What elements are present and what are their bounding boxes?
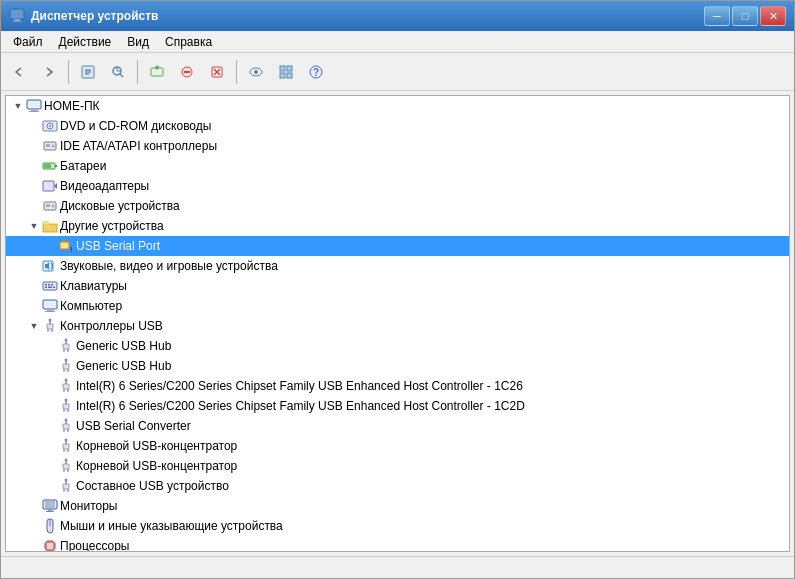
svg-point-79 bbox=[65, 379, 68, 382]
icon-sound bbox=[42, 258, 58, 274]
node-label-hub2: Generic USB Hub bbox=[76, 359, 171, 373]
svg-rect-77 bbox=[63, 384, 69, 389]
tree-node-keyboard[interactable]: Клавиатуры bbox=[6, 276, 789, 296]
menu-action[interactable]: Действие bbox=[51, 33, 120, 51]
help-button[interactable]: ? bbox=[302, 58, 330, 86]
tree-node-ide[interactable]: IDE ATA/ATAPI контроллеры bbox=[6, 136, 789, 156]
expander-diskdrives[interactable] bbox=[26, 198, 42, 214]
forward-button[interactable] bbox=[35, 58, 63, 86]
properties-button[interactable] bbox=[74, 58, 102, 86]
tree-node-proc[interactable]: Процессоры bbox=[6, 536, 789, 552]
disable-button[interactable] bbox=[173, 58, 201, 86]
node-label-intel2: Intel(R) 6 Series/C200 Series Chipset Fa… bbox=[76, 399, 525, 413]
expander-hub4[interactable] bbox=[42, 458, 58, 474]
tree-node-other[interactable]: Другие устройства bbox=[6, 216, 789, 236]
close-button[interactable]: ✕ bbox=[760, 6, 786, 26]
expander-monitors[interactable] bbox=[26, 498, 42, 514]
svg-rect-48 bbox=[48, 284, 50, 286]
svg-text:?: ? bbox=[313, 67, 319, 78]
minimize-button[interactable]: ─ bbox=[704, 6, 730, 26]
tree-node-mice[interactable]: Мыши и иные указывающие устройства bbox=[6, 516, 789, 536]
expander-composite[interactable] bbox=[42, 478, 58, 494]
tree-node-hub3[interactable]: Корневой USB-концентратор bbox=[6, 436, 789, 456]
expander-video[interactable] bbox=[26, 178, 42, 194]
tree-node-usbserial-port[interactable]: ! USB Serial Port bbox=[6, 236, 789, 256]
svg-rect-1 bbox=[14, 19, 20, 21]
expander-other[interactable] bbox=[26, 218, 42, 234]
icon-usb bbox=[58, 458, 74, 474]
svg-rect-47 bbox=[45, 284, 47, 286]
uninstall-button[interactable] bbox=[203, 58, 231, 86]
icon-usb bbox=[58, 358, 74, 374]
icon-battery bbox=[42, 158, 58, 174]
expander-hub3[interactable] bbox=[42, 438, 58, 454]
svg-point-114 bbox=[65, 479, 68, 482]
tree-node-battery[interactable]: Батареи bbox=[6, 156, 789, 176]
node-label-computer: Компьютер bbox=[60, 299, 122, 313]
expander-ide[interactable] bbox=[26, 138, 42, 154]
expander-hub1[interactable] bbox=[42, 338, 58, 354]
tree-node-usbserial-conv[interactable]: USB Serial Converter bbox=[6, 416, 789, 436]
expander-sound[interactable] bbox=[26, 258, 42, 274]
svg-point-28 bbox=[49, 125, 51, 127]
tree-node-diskdrives[interactable]: Дисковые устройства bbox=[6, 196, 789, 216]
svg-rect-84 bbox=[63, 404, 69, 409]
expander-keyboard[interactable] bbox=[26, 278, 42, 294]
icon-keyboard bbox=[42, 278, 58, 294]
node-label-hub1: Generic USB Hub bbox=[76, 339, 171, 353]
svg-rect-121 bbox=[48, 509, 52, 511]
tree-node-hub1[interactable]: Generic USB Hub bbox=[6, 336, 789, 356]
menu-view[interactable]: Вид bbox=[119, 33, 157, 51]
icon-usb bbox=[58, 438, 74, 454]
tree-node-video[interactable]: Видеоадаптеры bbox=[6, 176, 789, 196]
node-label-diskdrives: Дисковые устройства bbox=[60, 199, 180, 213]
svg-rect-124 bbox=[46, 542, 54, 550]
svg-point-16 bbox=[254, 70, 258, 74]
back-button[interactable] bbox=[5, 58, 33, 86]
expander-usbserial-port[interactable] bbox=[42, 238, 58, 254]
tree-node-intel1[interactable]: Intel(R) 6 Series/C200 Series Chipset Fa… bbox=[6, 376, 789, 396]
tree-node-computer[interactable]: Компьютер bbox=[6, 296, 789, 316]
svg-point-31 bbox=[52, 145, 55, 148]
scan-button[interactable] bbox=[104, 58, 132, 86]
node-label-proc: Процессоры bbox=[60, 539, 130, 552]
tree-node-usbctrl[interactable]: Контроллеры USB bbox=[6, 316, 789, 336]
svg-rect-38 bbox=[46, 204, 50, 207]
update-driver-button[interactable] bbox=[143, 58, 171, 86]
tree-node-dvd[interactable]: DVD и CD-ROM дисководы bbox=[6, 116, 789, 136]
maximize-button[interactable]: □ bbox=[732, 6, 758, 26]
expander-root[interactable] bbox=[10, 98, 26, 114]
svg-rect-98 bbox=[63, 444, 69, 449]
svg-point-86 bbox=[65, 399, 68, 402]
menu-file[interactable]: Файл bbox=[5, 33, 51, 51]
tree-node-hub2[interactable]: Generic USB Hub bbox=[6, 356, 789, 376]
expander-usbctrl[interactable] bbox=[26, 318, 42, 334]
svg-rect-52 bbox=[53, 287, 55, 289]
svg-rect-33 bbox=[55, 165, 57, 167]
app-icon bbox=[9, 8, 25, 24]
expander-mice[interactable] bbox=[26, 518, 42, 534]
expander-battery[interactable] bbox=[26, 158, 42, 174]
svg-rect-24 bbox=[31, 109, 37, 111]
tree-node-composite[interactable]: Составное USB устройство bbox=[6, 476, 789, 496]
svg-point-65 bbox=[65, 339, 68, 342]
tree-node-hub4[interactable]: Корневой USB-концентратор bbox=[6, 456, 789, 476]
expander-hub2[interactable] bbox=[42, 358, 58, 374]
node-label-usbctrl: Контроллеры USB bbox=[60, 319, 163, 333]
expander-dvd[interactable] bbox=[26, 118, 42, 134]
tree-node-intel2[interactable]: Intel(R) 6 Series/C200 Series Chipset Fa… bbox=[6, 396, 789, 416]
show-hidden-button[interactable] bbox=[242, 58, 270, 86]
device-tree[interactable]: HOME-ПК DVD и CD-ROM дисководы IDE ATA/A… bbox=[5, 95, 790, 552]
expander-intel2[interactable] bbox=[42, 398, 58, 414]
expander-computer[interactable] bbox=[26, 298, 42, 314]
resources-button[interactable] bbox=[272, 58, 300, 86]
expander-intel1[interactable] bbox=[42, 378, 58, 394]
tree-node-sound[interactable]: Звуковые, видео и игровые устройства bbox=[6, 256, 789, 276]
expander-usbserial-conv[interactable] bbox=[42, 418, 58, 434]
tree-node-root[interactable]: HOME-ПК bbox=[6, 96, 789, 116]
tree-node-monitors[interactable]: Мониторы bbox=[6, 496, 789, 516]
menu-help[interactable]: Справка bbox=[157, 33, 220, 51]
svg-rect-91 bbox=[63, 424, 69, 429]
title-bar: Диспетчер устройств ─ □ ✕ bbox=[1, 1, 794, 31]
expander-proc[interactable] bbox=[26, 538, 42, 552]
